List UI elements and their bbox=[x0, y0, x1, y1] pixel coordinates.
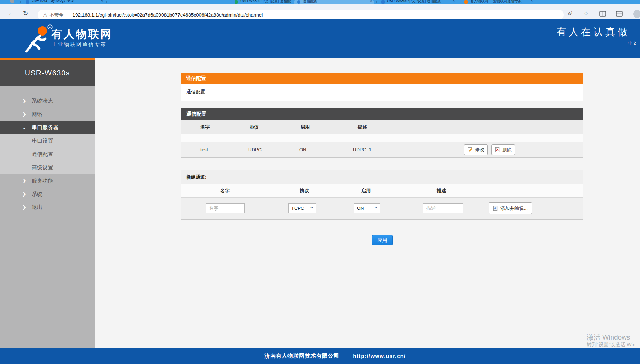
footer-company: 济南有人物联网技术有限公司 bbox=[264, 353, 339, 359]
security-label[interactable]: 不安全 bbox=[50, 12, 64, 18]
description-input[interactable] bbox=[423, 203, 463, 213]
profile-avatar-icon[interactable] bbox=[10, 0, 14, 3]
cell-enabled: ON bbox=[299, 142, 307, 157]
tab-close-icon[interactable]: × bbox=[453, 0, 455, 3]
device-title-block: USR-W630s bbox=[0, 60, 95, 86]
sidebar-item-serial-settings[interactable]: 串口设置 bbox=[0, 134, 95, 147]
delete-icon bbox=[495, 147, 500, 152]
chevron-right-icon: ❯ bbox=[22, 187, 26, 201]
favorite-star-icon[interactable]: ☆ bbox=[584, 10, 589, 17]
tab-close-icon[interactable]: × bbox=[286, 0, 289, 3]
browser-tab[interactable]: USR-W630s-中文:[设置]-通信配置 × bbox=[231, 0, 291, 4]
channel-table: 通信配置 名字 协议 启用 描述 test UDPC ON UDPC_1 修改 bbox=[181, 108, 583, 158]
add-and-edit-button[interactable]: 添加并编辑... bbox=[489, 202, 532, 214]
sidebar-item-serial-server[interactable]: ⌄ 串口服务器 bbox=[0, 121, 95, 134]
col-name: 名字 bbox=[200, 120, 210, 134]
add-icon bbox=[493, 206, 498, 211]
new-channel-form-row: TCPC ON 添加并编辑... bbox=[181, 198, 583, 219]
back-icon[interactable]: ← bbox=[8, 10, 15, 17]
sidebar-item-service-functions[interactable]: ❯ 服务功能 bbox=[0, 174, 95, 187]
browser-tab-strip: pro+ NAS - Synology NAS × USR-W630s-中文:[… bbox=[0, 0, 640, 4]
sidebar-item-system-status[interactable]: ❯ 系统状态 bbox=[0, 94, 95, 107]
read-aloud-icon[interactable]: A⁾ bbox=[568, 11, 572, 17]
apply-button[interactable]: 应用 bbox=[372, 235, 393, 245]
sidebar-menu: ❯ 系统状态 ❯ 网络 ⌄ 串口服务器 串口设置 通信配置 高级设置 ❯ bbox=[0, 86, 95, 214]
delete-button[interactable]: 删除 bbox=[491, 144, 515, 155]
windows-activation-watermark: 激活 Windows bbox=[587, 333, 630, 342]
windows-activation-watermark-line2: 转到“设置”以激活 Win bbox=[587, 342, 635, 348]
chevron-right-icon: ❯ bbox=[22, 201, 26, 214]
tab-favicon bbox=[235, 0, 238, 4]
tab-favicon bbox=[464, 0, 468, 4]
page-footer: 济南有人物联网技术有限公司 http://www.usr.cn/ bbox=[0, 348, 640, 364]
sidebar-item-system[interactable]: ❯ 系统 bbox=[0, 187, 95, 201]
new-channel-label: 新建通道: bbox=[181, 170, 583, 184]
col-description: 描述 bbox=[437, 184, 446, 198]
not-secure-warning-icon: ⚠ bbox=[43, 12, 47, 18]
svg-text:R: R bbox=[49, 26, 51, 29]
tab-close-icon[interactable]: × bbox=[370, 0, 372, 3]
browser-tab[interactable]: pro+ NAS - Synology NAS × bbox=[22, 0, 105, 4]
edit-button[interactable]: 修改 bbox=[464, 144, 488, 155]
tab-close-icon[interactable]: × bbox=[101, 0, 103, 3]
browser-tab[interactable]: 有人物联网-工业物联网通信专家 × bbox=[461, 0, 535, 4]
tab-favicon bbox=[297, 0, 300, 4]
device-name: USR-W630s bbox=[25, 69, 70, 77]
sidebar-item-network[interactable]: ❯ 网络 bbox=[0, 107, 95, 121]
favorites-bar-icon[interactable] bbox=[616, 11, 623, 18]
split-screen-icon[interactable] bbox=[599, 11, 606, 18]
col-enabled: 启用 bbox=[361, 184, 371, 198]
browser-tab-active[interactable]: 通信配置 × bbox=[294, 0, 374, 4]
url-text[interactable]: 192.168.1.1/cgi-bin/luci/;stok=02a7d6a09… bbox=[73, 12, 263, 18]
chevron-right-icon: ❯ bbox=[22, 94, 26, 107]
cell-description: UDPC_1 bbox=[353, 142, 371, 157]
protocol-select[interactable]: TCPC bbox=[288, 203, 316, 213]
language-switch[interactable]: 中文 bbox=[628, 40, 637, 46]
col-description: 描述 bbox=[358, 120, 367, 134]
header-slogan: 有人在认真做 bbox=[557, 26, 630, 38]
chevron-right-icon: ❯ bbox=[22, 107, 26, 121]
footer-website-link[interactable]: http://www.usr.cn/ bbox=[353, 353, 406, 359]
brand-name: 有人物联网 bbox=[51, 27, 113, 42]
divider bbox=[68, 12, 68, 18]
chevron-down-icon: ⌄ bbox=[22, 121, 26, 134]
page-subtitle-box: 通信配置 bbox=[181, 84, 583, 101]
protocol-select-wrap: TCPC bbox=[288, 203, 316, 213]
col-name: 名字 bbox=[220, 184, 230, 198]
cell-protocol: UDPC bbox=[248, 142, 262, 157]
brand-subtitle: 工业物联网通信专家 bbox=[52, 41, 107, 48]
sidebar: USR-W630s ❯ 系统状态 ❯ 网络 ⌄ 串口服务器 串口设置 通信配置 … bbox=[0, 60, 95, 348]
enable-select-wrap: ON bbox=[354, 203, 380, 213]
url-bar[interactable]: ⚠ 不安全 192.168.1.1/cgi-bin/luci/;stok=02a… bbox=[38, 10, 564, 20]
new-channel-section: 新建通道: 名字 协议 启用 描述 TCPC ON bbox=[181, 170, 583, 220]
new-channel-column-headers: 名字 协议 启用 描述 bbox=[181, 184, 583, 198]
name-input[interactable] bbox=[206, 203, 245, 213]
enable-select[interactable]: ON bbox=[354, 203, 380, 213]
col-protocol: 协议 bbox=[300, 184, 309, 198]
browser-extra-icon[interactable] bbox=[633, 10, 640, 18]
table-row: test UDPC ON UDPC_1 修改 删除 bbox=[181, 142, 583, 157]
browser-window: pro+ NAS - Synology NAS × USR-W630s-中文:[… bbox=[0, 0, 640, 364]
sidebar-item-logout[interactable]: ❯ 退出 bbox=[0, 201, 95, 214]
refresh-icon[interactable]: ↻ bbox=[23, 10, 28, 17]
browser-tab[interactable]: USR-W630s-中文:[设置]-通信配置 × bbox=[378, 0, 457, 4]
usr-logo-icon: R bbox=[21, 24, 54, 55]
tab-favicon bbox=[381, 0, 385, 4]
chevron-right-icon: ❯ bbox=[22, 174, 26, 187]
tab-close-icon[interactable]: × bbox=[531, 0, 533, 3]
page-title: 通信配置 bbox=[181, 73, 583, 84]
col-enabled: 启用 bbox=[300, 120, 310, 134]
table-empty-row bbox=[181, 134, 583, 142]
tab-favicon bbox=[26, 0, 29, 4]
table-column-headers: 名字 协议 启用 描述 bbox=[181, 120, 583, 134]
site-header: R 有人物联网 工业物联网通信专家 有人在认真做 中文 bbox=[0, 19, 640, 58]
browser-address-bar: ← ↻ ⚠ 不安全 192.168.1.1/cgi-bin/luci/;stok… bbox=[0, 4, 640, 19]
cell-name: test bbox=[200, 142, 208, 157]
edit-icon bbox=[468, 147, 473, 152]
sidebar-item-comm-config[interactable]: 通信配置 bbox=[0, 147, 95, 161]
table-header: 通信配置 bbox=[181, 108, 583, 120]
sidebar-item-advanced-settings[interactable]: 高级设置 bbox=[0, 161, 95, 174]
col-protocol: 协议 bbox=[249, 120, 259, 134]
